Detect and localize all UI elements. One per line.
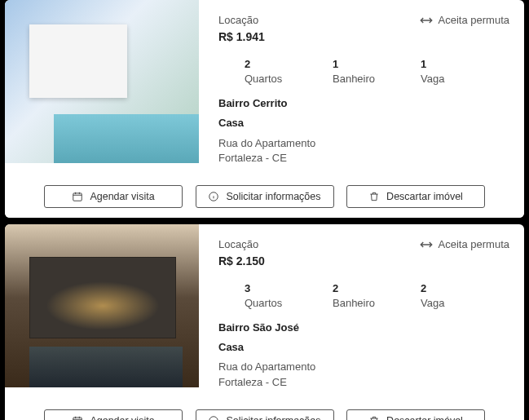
stat-spots: 2 Vaga (395, 281, 483, 311)
schedule-label: Agendar visita (90, 415, 154, 420)
info-icon (208, 415, 219, 420)
schedule-label: Agendar visita (90, 191, 154, 202)
stat-spots-label: Vaga (395, 72, 483, 86)
info-icon (208, 191, 219, 202)
stat-spots-num: 2 (395, 281, 483, 296)
price: R$ 1.941 (218, 29, 265, 46)
trash-icon (368, 191, 380, 202)
request-info-button[interactable]: Solicitar informações (196, 409, 334, 420)
stat-baths: 2 Banheiro (306, 281, 395, 311)
lease-label: Locação (218, 237, 265, 252)
listing-actions: Agendar visita Solicitar informações Des… (5, 175, 524, 218)
discard-button[interactable]: Descartar imóvel (346, 409, 485, 420)
listing-actions: Agendar visita Solicitar informações Des… (5, 400, 524, 420)
stat-baths-label: Banheiro (306, 296, 395, 311)
request-label: Solicitar informações (226, 415, 320, 420)
stat-spots-label: Vaga (395, 296, 483, 311)
swap-icon (419, 13, 434, 28)
svg-rect-0 (73, 193, 82, 201)
price-block: Locação R$ 1.941 (218, 13, 265, 46)
price-block: Locação R$ 2.150 (218, 237, 265, 270)
permuta-label: Aceita permuta (439, 13, 509, 28)
request-info-button[interactable]: Solicitar informações (196, 185, 334, 208)
price: R$ 2.150 (218, 254, 265, 270)
permuta-label: Aceita permuta (439, 237, 509, 252)
stat-rooms: 3 Quartos (218, 281, 306, 311)
stat-rooms-num: 3 (218, 281, 306, 296)
stats-row: 2 Quartos 1 Banheiro 1 Vaga (218, 57, 509, 86)
listing-photo[interactable] (5, 224, 199, 387)
neighborhood: Bairro Cerrito (218, 96, 509, 111)
address: Rua do Apartamento Fortaleza - CE (218, 136, 509, 166)
address-line2: Fortaleza - CE (218, 375, 509, 390)
property-type: Casa (218, 116, 509, 130)
listing-main: Locação R$ 2.150 Aceita permuta 3 Quarto… (5, 224, 524, 400)
calendar-icon (72, 191, 83, 202)
stat-baths-num: 1 (306, 57, 395, 72)
info-top-row: Locação R$ 1.941 Aceita permuta (218, 13, 509, 46)
stat-spots-num: 1 (395, 57, 483, 72)
listing-info: Locação R$ 2.150 Aceita permuta 3 Quarto… (199, 224, 524, 400)
neighborhood: Bairro São José (218, 321, 509, 335)
discard-label: Descartar imóvel (386, 191, 463, 202)
property-type: Casa (218, 340, 509, 355)
svg-point-3 (209, 417, 218, 420)
permuta-badge: Aceita permuta (419, 237, 509, 252)
swap-icon (419, 237, 434, 252)
address-line1: Rua do Apartamento (218, 136, 509, 151)
listing-card: Locação R$ 2.150 Aceita permuta 3 Quarto… (5, 224, 524, 420)
stats-row: 3 Quartos 2 Banheiro 2 Vaga (218, 281, 509, 311)
listing-photo[interactable] (5, 0, 199, 163)
listing-card: Locação R$ 1.941 Aceita permuta 2 Quarto… (5, 0, 524, 218)
address-line2: Fortaleza - CE (218, 151, 509, 166)
listing-info: Locação R$ 1.941 Aceita permuta 2 Quarto… (199, 0, 524, 175)
request-label: Solicitar informações (226, 191, 320, 202)
stat-rooms-label: Quartos (218, 72, 306, 86)
listing-main: Locação R$ 1.941 Aceita permuta 2 Quarto… (5, 0, 524, 175)
permuta-badge: Aceita permuta (419, 13, 509, 28)
schedule-visit-button[interactable]: Agendar visita (44, 185, 183, 208)
lease-label: Locação (218, 13, 265, 28)
stat-baths-num: 2 (306, 281, 395, 296)
discard-label: Descartar imóvel (386, 415, 463, 420)
stat-rooms-num: 2 (218, 57, 306, 72)
address-line1: Rua do Apartamento (218, 360, 509, 374)
stat-spots: 1 Vaga (395, 57, 483, 86)
stat-rooms-label: Quartos (218, 296, 306, 311)
info-top-row: Locação R$ 2.150 Aceita permuta (218, 237, 509, 270)
stat-baths-label: Banheiro (306, 72, 395, 86)
stat-baths: 1 Banheiro (306, 57, 395, 86)
calendar-icon (72, 415, 83, 420)
stat-rooms: 2 Quartos (218, 57, 306, 86)
discard-button[interactable]: Descartar imóvel (346, 185, 485, 208)
trash-icon (368, 415, 380, 420)
address: Rua do Apartamento Fortaleza - CE (218, 360, 509, 389)
schedule-visit-button[interactable]: Agendar visita (44, 409, 183, 420)
